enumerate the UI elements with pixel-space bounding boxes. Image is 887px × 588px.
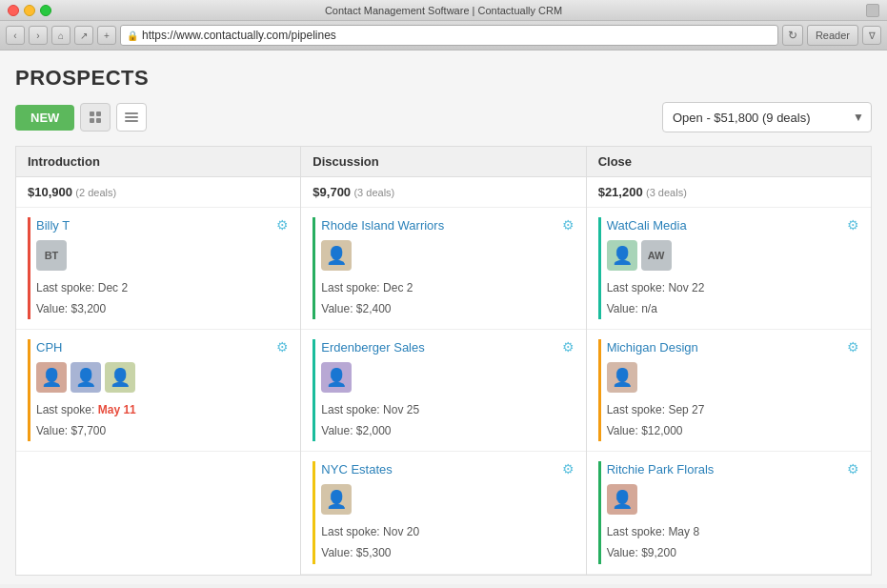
- grid-view-button[interactable]: [80, 103, 111, 132]
- deal-header: Ritchie Park Florals ⚙: [607, 461, 859, 476]
- maximize-window-btn[interactable]: [40, 5, 51, 16]
- deal-name-erdenberger-sales[interactable]: Erdenberger Sales: [321, 340, 424, 355]
- column-deals-count: (3 deals): [353, 187, 394, 198]
- deal-meta: Last spoke: Nov 25 Value: $2,000: [321, 400, 574, 441]
- gear-icon[interactable]: ⚙: [276, 217, 289, 233]
- deal-name-ritchie-park-florals[interactable]: Ritchie Park Florals: [607, 462, 715, 476]
- avatar: [36, 362, 67, 393]
- column-deals-count: (2 deals): [75, 187, 116, 198]
- reader-button[interactable]: Reader: [807, 25, 858, 46]
- column-header-close: Close: [587, 147, 871, 177]
- deal-meta: Last spoke: May 11 Value: $7,700: [36, 400, 289, 441]
- filter-dropdown: Open - $51,800 (9 deals) ▼: [662, 102, 872, 132]
- column-deals-count: (3 deals): [646, 187, 687, 198]
- deal-avatars: [607, 362, 859, 393]
- add-tab-button[interactable]: +: [97, 26, 116, 45]
- column-close: Close $21,200 (3 deals) WatCali Media ⚙ …: [587, 147, 871, 575]
- gear-icon[interactable]: ⚙: [847, 339, 859, 355]
- deal-avatars: [321, 362, 574, 393]
- address-bar[interactable]: 🔒 https://www.contactually.com/pipelines: [120, 25, 778, 46]
- browser-chrome: ‹ › ⌂ ↗ + 🔒 https://www.contactually.com…: [0, 21, 887, 51]
- avatar: [321, 362, 352, 393]
- avatar: [607, 240, 637, 271]
- deal-name-cph[interactable]: CPH: [36, 340, 62, 355]
- column-summary-introduction: $10,900 (2 deals): [16, 177, 300, 208]
- column-amount: $9,700: [312, 185, 351, 199]
- home-button[interactable]: ⌂: [51, 26, 71, 45]
- main-content: PROSPECTS NEW Open - $51,800 (9 deals) ▼: [0, 51, 887, 584]
- deal-name-michigan-design[interactable]: Michigan Design: [607, 340, 698, 355]
- url-text: https://www.contactually.com/pipelines: [142, 29, 336, 42]
- refresh-button[interactable]: ↻: [782, 25, 803, 46]
- column-introduction: Introduction $10,900 (2 deals) Billy T ⚙…: [16, 147, 301, 575]
- deal-header: WatCali Media ⚙: [607, 217, 859, 233]
- deal-avatars: [607, 484, 859, 515]
- deal-card-cph: CPH ⚙ Last spoke: May 11 Value: $7,700: [16, 330, 300, 452]
- deal-meta: Last spoke: Dec 2 Value: $2,400: [321, 278, 574, 319]
- deal-card-rhode-island-warriors: Rhode Island Warriors ⚙ Last spoke: Dec …: [301, 208, 585, 330]
- column-amount: $21,200: [598, 185, 643, 199]
- deal-header: CPH ⚙: [36, 339, 289, 355]
- deal-meta: Last spoke: Dec 2 Value: $3,200: [36, 278, 289, 319]
- avatar: BT: [36, 240, 67, 271]
- column-amount: $10,900: [28, 185, 72, 199]
- deal-card-watcali-media: WatCali Media ⚙ AW Last spoke: Nov 22 Va…: [587, 208, 871, 330]
- gear-icon[interactable]: ⚙: [847, 217, 859, 233]
- avatar: [607, 484, 637, 515]
- deal-card-erdenberger-sales: Erdenberger Sales ⚙ Last spoke: Nov 25 V…: [301, 330, 585, 452]
- deal-card-nyc-estates: NYC Estates ⚙ Last spoke: Nov 20 Value: …: [301, 452, 585, 574]
- deal-card-michigan-design: Michigan Design ⚙ Last spoke: Sep 27 Val…: [587, 330, 871, 452]
- list-view-button[interactable]: [116, 103, 147, 132]
- new-button[interactable]: NEW: [15, 105, 74, 131]
- deal-name-nyc-estates[interactable]: NYC Estates: [321, 462, 392, 476]
- toolbar: NEW Open - $51,800 (9 deals) ▼: [15, 102, 872, 132]
- deal-card-ritchie-park-florals: Ritchie Park Florals ⚙ Last spoke: May 8…: [587, 452, 871, 574]
- deal-meta: Last spoke: Nov 20 Value: $5,300: [321, 522, 574, 563]
- resize-btn[interactable]: [866, 4, 879, 17]
- download-button[interactable]: ∇: [862, 26, 881, 45]
- gear-icon[interactable]: ⚙: [562, 217, 575, 233]
- close-window-btn[interactable]: [8, 5, 19, 16]
- filter-select[interactable]: Open - $51,800 (9 deals): [662, 102, 872, 132]
- deal-avatars: [36, 362, 289, 393]
- avatar: AW: [641, 240, 672, 271]
- title-bar: Contact Management Software | Contactual…: [0, 0, 887, 21]
- gear-icon[interactable]: ⚙: [562, 339, 575, 355]
- back-button[interactable]: ‹: [6, 26, 25, 45]
- deal-header: Erdenberger Sales ⚙: [321, 339, 574, 355]
- page-title: PROSPECTS: [15, 66, 872, 91]
- deal-meta: Last spoke: Sep 27 Value: $12,000: [607, 400, 859, 441]
- deal-name-watcali-media[interactable]: WatCali Media: [607, 218, 687, 233]
- avatar: [607, 362, 637, 393]
- traffic-lights: [8, 5, 51, 16]
- deal-header: NYC Estates ⚙: [321, 461, 574, 476]
- deal-avatars: [321, 240, 574, 271]
- deal-avatars: [321, 484, 574, 515]
- deal-name-rhode-island-warriors[interactable]: Rhode Island Warriors: [321, 218, 444, 233]
- share-button[interactable]: ↗: [74, 26, 93, 45]
- column-discussion: Discussion $9,700 (3 deals) Rhode Island…: [301, 147, 586, 575]
- column-summary-discussion: $9,700 (3 deals): [301, 177, 585, 208]
- deal-meta: Last spoke: May 8 Value: $9,200: [607, 522, 859, 563]
- column-header-introduction: Introduction: [16, 147, 300, 177]
- deal-header: Billy T ⚙: [36, 217, 289, 233]
- avatar: [105, 362, 135, 393]
- gear-icon[interactable]: ⚙: [562, 461, 575, 476]
- deal-name-billy-t[interactable]: Billy T: [36, 218, 70, 233]
- gear-icon[interactable]: ⚙: [847, 461, 859, 476]
- kanban-board: Introduction $10,900 (2 deals) Billy T ⚙…: [15, 146, 872, 576]
- avatar: [71, 362, 101, 393]
- minimize-window-btn[interactable]: [24, 5, 35, 16]
- gear-icon[interactable]: ⚙: [276, 339, 289, 355]
- forward-button[interactable]: ›: [29, 26, 48, 45]
- avatar: [321, 484, 352, 515]
- deal-meta: Last spoke: Nov 22 Value: n/a: [607, 278, 859, 319]
- column-header-discussion: Discussion: [301, 147, 585, 177]
- deal-card-billy-t: Billy T ⚙ BT Last spoke: Dec 2 Value: $3…: [16, 208, 300, 330]
- column-summary-close: $21,200 (3 deals): [587, 177, 871, 208]
- list-icon: [125, 112, 138, 122]
- window-title: Contact Management Software | Contactual…: [325, 5, 562, 16]
- deal-header: Rhode Island Warriors ⚙: [321, 217, 574, 233]
- grid-icon: [90, 112, 101, 123]
- deal-avatars: AW: [607, 240, 859, 271]
